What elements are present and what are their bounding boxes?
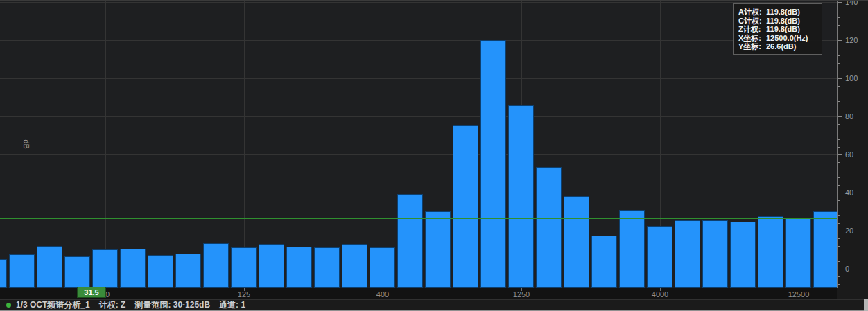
spectrum-bar[interactable] bbox=[231, 247, 257, 288]
x-tick-label: 125 bbox=[238, 290, 250, 299]
gridline-horizontal bbox=[0, 2, 837, 3]
measurement-title: 1/3 OCT频谱分析_1 bbox=[16, 299, 90, 311]
y-tick bbox=[838, 162, 840, 163]
spectrum-bar[interactable] bbox=[0, 259, 7, 288]
y-tick bbox=[838, 177, 840, 178]
scrollbar-corner[interactable] bbox=[864, 299, 868, 311]
spectrum-bar[interactable] bbox=[425, 211, 451, 288]
spectrum-bar[interactable] bbox=[148, 255, 173, 288]
y-tick bbox=[838, 10, 840, 10]
marker-vertical-line bbox=[92, 1, 92, 288]
spectrum-bar[interactable] bbox=[370, 247, 395, 288]
y-tick bbox=[838, 124, 840, 125]
channel-info: 通道: 1 bbox=[219, 299, 245, 311]
y-tick bbox=[838, 139, 840, 140]
tooltip-row: C计权: 119.8(dB) bbox=[738, 17, 822, 26]
gridline-vertical bbox=[105, 1, 106, 288]
spectrum-bar[interactable] bbox=[591, 236, 617, 288]
y-tick bbox=[838, 208, 840, 208]
y-tick bbox=[838, 132, 840, 132]
spectrum-bar[interactable] bbox=[730, 222, 756, 288]
y-tick-label: 100 bbox=[845, 74, 858, 82]
spectrum-bar[interactable] bbox=[675, 220, 700, 288]
gridline-horizontal bbox=[0, 78, 837, 79]
status-bar: 1/3 OCT频谱分析_1 计权: Z 测量范围: 30-125dB 通道: 1 bbox=[0, 299, 868, 310]
x-coordinate-label: X坐标: bbox=[738, 34, 766, 43]
gridline-vertical bbox=[383, 1, 383, 288]
readout-tooltip: A计权: 119.8(dB) C计权: 119.8(dB) Z计权: 119.8… bbox=[733, 3, 822, 55]
y-tick bbox=[838, 284, 840, 285]
y-axis-unit-label: dB bbox=[22, 139, 31, 148]
y-tick-label: 60 bbox=[845, 150, 853, 159]
spectrum-bar[interactable] bbox=[564, 196, 589, 288]
c-weighting-label: C计权: bbox=[738, 17, 766, 26]
tooltip-row: X坐标: 12500.0(Hz) bbox=[738, 34, 822, 43]
spectrum-bar[interactable] bbox=[120, 249, 146, 288]
x-tick-label: 400 bbox=[376, 290, 389, 299]
y-tick-label: 80 bbox=[845, 112, 853, 121]
spectrum-bar[interactable] bbox=[37, 246, 62, 288]
y-tick bbox=[838, 154, 842, 155]
spectrum-bar[interactable] bbox=[203, 243, 229, 288]
spectrum-bar[interactable] bbox=[647, 226, 672, 288]
spectrum-bar[interactable] bbox=[619, 210, 645, 288]
y-tick bbox=[838, 109, 840, 109]
y-coordinate-value: 26.6(dB) bbox=[766, 42, 796, 51]
weighting-info: 计权: Z bbox=[99, 299, 126, 311]
z-weighting-label: Z计权: bbox=[738, 25, 766, 34]
cursor-frequency-badge: 31.5 bbox=[78, 287, 105, 297]
spectrum-bar[interactable] bbox=[813, 211, 837, 288]
y-tick-label: 40 bbox=[845, 188, 853, 197]
y-tick bbox=[838, 246, 840, 247]
spectrum-bar[interactable] bbox=[536, 167, 562, 288]
spectrum-bar[interactable] bbox=[64, 256, 90, 288]
gridline-vertical bbox=[244, 1, 245, 288]
x-tick-label: 12500 bbox=[788, 290, 810, 299]
y-tick bbox=[838, 147, 840, 148]
y-tick bbox=[838, 48, 840, 48]
range-info: 测量范围: 30-125dB bbox=[134, 299, 210, 311]
a-weighting-value: 119.8(dB) bbox=[766, 8, 800, 17]
x-axis: 31.5 401254001250400012500 bbox=[0, 288, 837, 300]
spectrum-bar[interactable] bbox=[758, 216, 783, 288]
x-tick-label: 4000 bbox=[652, 290, 668, 299]
y-tick bbox=[838, 254, 840, 254]
y-tick bbox=[838, 223, 840, 224]
y-tick bbox=[838, 101, 840, 102]
y-tick bbox=[838, 116, 842, 117]
spectrum-bar[interactable] bbox=[342, 244, 367, 288]
spectrum-bar[interactable] bbox=[314, 247, 340, 288]
spectrum-bar[interactable] bbox=[286, 247, 312, 288]
y-tick bbox=[838, 94, 840, 94]
a-weighting-label: A计权: bbox=[738, 8, 766, 17]
spectrum-bar[interactable] bbox=[480, 40, 506, 288]
spectrum-bar[interactable] bbox=[702, 220, 728, 288]
running-indicator-icon bbox=[6, 303, 11, 308]
spectrum-bar[interactable] bbox=[92, 249, 118, 288]
spectrum-bar[interactable] bbox=[259, 244, 284, 288]
gridline-horizontal bbox=[0, 193, 837, 193]
z-weighting-value: 119.8(dB) bbox=[766, 25, 800, 34]
spectrum-bar[interactable] bbox=[175, 254, 201, 288]
spectrum-chart[interactable] bbox=[0, 1, 837, 288]
crosshair-horizontal-line bbox=[0, 218, 837, 219]
y-tick bbox=[838, 200, 840, 201]
y-coordinate-label: Y坐标: bbox=[738, 42, 766, 51]
y-tick bbox=[838, 193, 842, 193]
y-tick bbox=[838, 269, 842, 269]
spectrum-bar[interactable] bbox=[397, 194, 423, 288]
y-tick bbox=[838, 170, 840, 170]
spectrum-bar[interactable] bbox=[508, 105, 534, 288]
spectrum-bar[interactable] bbox=[9, 254, 35, 288]
tooltip-row: A计权: 119.8(dB) bbox=[738, 8, 822, 17]
x-coordinate-value: 12500.0(Hz) bbox=[766, 34, 808, 43]
y-tick bbox=[838, 215, 840, 216]
y-tick-label: 0 bbox=[845, 265, 849, 273]
spectrum-bar[interactable] bbox=[453, 125, 478, 288]
y-tick-label: 120 bbox=[845, 36, 858, 44]
gridline-horizontal bbox=[0, 154, 837, 155]
spectrum-analyzer-window: 31.5 401254001250400012500 0204060801001… bbox=[0, 0, 868, 311]
tooltip-row: Z计权: 119.8(dB) bbox=[738, 25, 822, 34]
c-weighting-value: 119.8(dB) bbox=[766, 17, 800, 26]
y-axis: 020406080100120140 bbox=[837, 1, 868, 288]
